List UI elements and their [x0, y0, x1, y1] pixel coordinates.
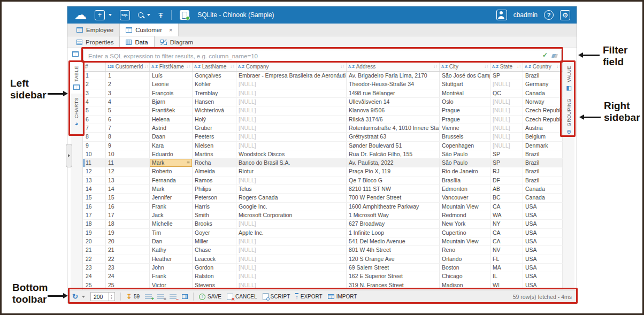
cell-LastName[interactable]: Miller	[193, 237, 236, 245]
cell-FirstName[interactable]: Kathy	[150, 246, 193, 254]
table-row[interactable]: 2222HeatherLeacock[NULL]120 S Orange Ave…	[83, 255, 563, 264]
cell-Country[interactable]: Brazil	[523, 176, 563, 185]
table-row[interactable]: 88DaanPeeters[NULL]Grétrystraat 63Brusse…	[83, 133, 563, 141]
cell-LastName[interactable]: Ramos	[193, 176, 236, 185]
cell-Address[interactable]: Klanova 9/506	[347, 106, 440, 114]
cell-CustomerId[interactable]: 13	[106, 176, 150, 185]
cell-rownum[interactable]: 23	[83, 264, 106, 272]
cell-City[interactable]: Brussels	[440, 133, 490, 141]
cell-Company[interactable]: Banco do Brasil S.A.	[236, 159, 347, 167]
cell-CustomerId[interactable]: 2	[106, 80, 150, 88]
cell-Company[interactable]: Rogers Canada	[236, 194, 347, 202]
cell-City[interactable]: Vancouver	[440, 194, 490, 202]
cell-City[interactable]: Rio de Janeiro	[440, 167, 490, 175]
column-header-CustomerId[interactable]: 123CustomerId↓↑	[106, 62, 150, 71]
cell-LastName[interactable]: Goyer	[193, 229, 236, 237]
cell-State[interactable]: QC	[490, 89, 523, 97]
cell-Address[interactable]: 801 W 4th Street	[347, 246, 440, 254]
cell-FirstName[interactable]: Luís	[150, 72, 193, 80]
cell-FirstName[interactable]: Dan	[150, 237, 193, 245]
cell-CustomerId[interactable]: 1	[106, 72, 150, 80]
cell-Country[interactable]: Brazil	[523, 72, 563, 80]
cell-Address[interactable]: 1 Microsoft Way	[347, 211, 440, 219]
panel-toggle-button[interactable]	[182, 294, 188, 299]
cell-FirstName[interactable]: František	[150, 106, 193, 114]
cell-Country[interactable]: Canada	[523, 89, 563, 97]
cell-City[interactable]: Copenhagen	[440, 142, 490, 150]
cell-Country[interactable]: USA	[523, 272, 563, 280]
cell-State[interactable]: AB	[490, 185, 523, 193]
cell-Address[interactable]: 319 N. Frances Street	[347, 281, 440, 289]
cell-Company[interactable]: Riotur	[236, 167, 347, 175]
cell-CustomerId[interactable]: 16	[106, 203, 150, 211]
cell-Company[interactable]: Embraer - Empresa Brasileira de Aeronáut…	[236, 72, 347, 80]
cell-State[interactable]: MA	[490, 264, 523, 272]
table-row[interactable]: 1111Mark≡RochaBanco do Brasil S.A.Av. Pa…	[83, 159, 563, 167]
cell-Company[interactable]: Woodstock Discos	[236, 150, 347, 158]
cell-LastName[interactable]: Brooks	[193, 220, 236, 228]
column-header-rownum[interactable]: #	[83, 62, 106, 71]
help-button[interactable]: ?	[544, 10, 554, 20]
close-icon[interactable]: ×	[169, 27, 172, 33]
cell-rownum[interactable]: 5	[83, 106, 106, 114]
cell-LastName[interactable]: Chase	[193, 246, 236, 254]
cell-State[interactable]: [NULL]	[490, 98, 523, 106]
table-row[interactable]: 2121KathyChase[NULL]801 W 4th StreetReno…	[83, 246, 563, 255]
cell-City[interactable]: Redmond	[440, 211, 490, 219]
cell-Address[interactable]: 162 E Superior Street	[347, 272, 440, 280]
cell-FirstName[interactable]: Frank	[150, 203, 193, 211]
cell-FirstName[interactable]: Heather	[150, 255, 193, 263]
cell-Address[interactable]: Praça Pio X, 119	[347, 167, 440, 175]
tab-data[interactable]: Data	[120, 36, 154, 48]
cell-Address[interactable]: 700 W Pender Street	[347, 194, 440, 202]
table-row[interactable]: 1414MarkPhilipsTelus8210 111 ST NWEdmont…	[83, 185, 563, 194]
table-row[interactable]: 1212RobertoAlmeidaRioturPraça Pio X, 119…	[83, 167, 563, 176]
cell-CustomerId[interactable]: 22	[106, 255, 150, 263]
cell-rownum[interactable]: 8	[83, 133, 106, 141]
cell-FirstName[interactable]: François	[150, 89, 193, 97]
stepper-arrows-icon[interactable]: ▴▾	[108, 293, 114, 301]
cell-Address[interactable]: 1 Infinite Loop	[347, 229, 440, 237]
column-header-Company[interactable]: A-ZCompany↓↑	[236, 62, 347, 71]
cell-LastName[interactable]: Peeters	[193, 133, 236, 141]
cell-LastName[interactable]: Nielsen	[193, 142, 236, 150]
cell-CustomerId[interactable]: 6	[106, 116, 150, 124]
script-button[interactable]: SCRIPT	[263, 293, 290, 300]
sql-editor-button[interactable]: SQL	[120, 10, 130, 20]
save-button[interactable]: ↑ SAVE	[199, 294, 221, 300]
cell-Address[interactable]: Rilská 3174/6	[347, 116, 440, 124]
cell-State[interactable]: [NULL]	[490, 133, 523, 141]
column-header-FirstName[interactable]: A-ZFirstName↓↑	[150, 62, 193, 71]
cell-Country[interactable]: Czech Republic	[523, 106, 563, 114]
cell-Company[interactable]: [NULL]	[236, 80, 347, 88]
cell-rownum[interactable]: 15	[83, 194, 106, 202]
sort-icon[interactable]: ↓↑	[143, 64, 148, 69]
cell-State[interactable]: [NULL]	[490, 124, 523, 132]
cell-LastName[interactable]: Leacock	[193, 255, 236, 263]
export-button[interactable]: ↑ EXPORT	[295, 293, 322, 300]
cell-Country[interactable]: Canada	[523, 185, 563, 193]
cell-CustomerId[interactable]: 3	[106, 89, 150, 97]
table-row[interactable]: 2424FrankRalston[NULL]162 E Superior Str…	[83, 272, 563, 281]
cell-Address[interactable]: 541 Del Medio Avenue	[347, 237, 440, 245]
duplicate-row-button[interactable]: ×	[157, 294, 164, 299]
table-row[interactable]: 1616FrankHarrisGoogle Inc.1600 Amphithea…	[83, 203, 563, 211]
cell-City[interactable]: Orlando	[440, 255, 490, 263]
cell-Company[interactable]: [NULL]	[236, 89, 347, 97]
sql-filter-input[interactable]	[83, 50, 562, 62]
cell-State[interactable]: SP	[490, 72, 523, 80]
cell-State[interactable]: FL	[490, 255, 523, 263]
cell-rownum[interactable]: 20	[83, 237, 106, 245]
cell-rownum[interactable]: 2	[83, 80, 106, 88]
cell-Country[interactable]: USA	[523, 229, 563, 237]
cell-State[interactable]: CA	[490, 229, 523, 237]
cell-Country[interactable]: USA	[523, 281, 563, 289]
cell-CustomerId[interactable]: 14	[106, 185, 150, 193]
cell-CustomerId[interactable]: 17	[106, 211, 150, 219]
cell-FirstName[interactable]: Mark≡	[150, 159, 193, 167]
cell-Country[interactable]: Czech Republic	[523, 116, 563, 124]
cell-LastName[interactable]: Almeida	[193, 167, 236, 175]
cell-FirstName[interactable]: Jack	[150, 211, 193, 219]
cell-FirstName[interactable]: Bjørn	[150, 98, 193, 106]
cell-Country[interactable]: USA	[523, 264, 563, 272]
